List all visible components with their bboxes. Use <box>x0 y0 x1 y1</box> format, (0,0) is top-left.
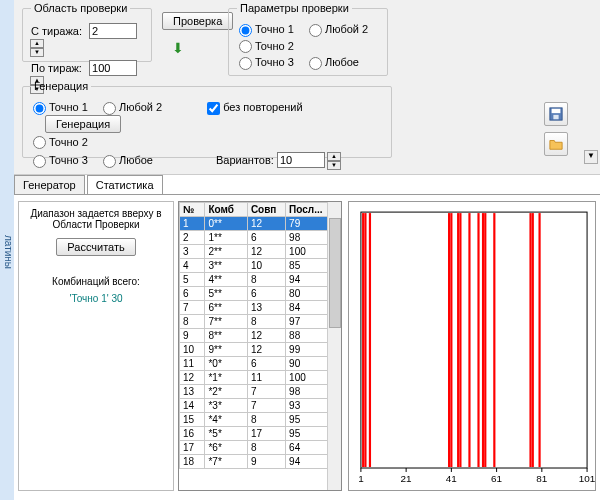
svg-text:21: 21 <box>401 473 413 484</box>
stats-left-panel: Диапазон задается вверху в Области Прове… <box>18 201 174 491</box>
region-check-legend: Область проверки <box>31 2 130 14</box>
tabs-bar: Генератор Статистика <box>14 175 162 194</box>
param-any[interactable]: Любое <box>307 56 359 68</box>
svg-rect-24 <box>477 213 479 467</box>
gen-any2[interactable]: Любой 2 <box>101 101 162 113</box>
tab-body-statistics: Диапазон задается вверху в Области Прове… <box>14 194 600 500</box>
generation-group: Генерация Точно 1 Любой 2 без повторений… <box>22 80 392 158</box>
gen-exact1[interactable]: Точно 1 <box>31 101 88 113</box>
svg-rect-19 <box>448 213 450 467</box>
svg-rect-23 <box>468 213 470 467</box>
no-repeat-checkbox[interactable]: без повторений <box>205 101 302 113</box>
param-exact2[interactable]: Точно 2 <box>237 40 294 52</box>
table-row[interactable]: 65**680 <box>180 287 329 301</box>
svg-rect-27 <box>493 213 495 467</box>
svg-text:61: 61 <box>491 473 503 484</box>
tab-generator[interactable]: Генератор <box>14 175 85 194</box>
combinations-value: 'Точно 1' 30 <box>25 293 167 304</box>
table-row[interactable]: 13*2*798 <box>180 385 329 399</box>
param-any2[interactable]: Любой 2 <box>307 23 368 35</box>
open-folder-icon[interactable] <box>544 132 568 156</box>
svg-text:1: 1 <box>358 473 364 484</box>
from-draw-input[interactable] <box>89 23 137 39</box>
table-row[interactable]: 32**12100 <box>180 245 329 259</box>
param-exact1[interactable]: Точно 1 <box>237 23 294 35</box>
check-params-legend: Параметры проверки <box>237 2 352 14</box>
param-exact3[interactable]: Точно 3 <box>237 56 294 68</box>
table-row[interactable]: 54**894 <box>180 273 329 287</box>
table-row[interactable]: 14*3*793 <box>180 399 329 413</box>
svg-rect-17 <box>364 213 366 467</box>
table-row[interactable]: 21**698 <box>180 231 329 245</box>
table-header[interactable]: Посл... <box>286 203 329 217</box>
gen-exact2[interactable]: Точно 2 <box>31 136 88 148</box>
generation-legend: Генерация <box>31 80 91 92</box>
svg-rect-21 <box>457 213 459 467</box>
panel-scroll-down-icon[interactable]: ▼ <box>584 150 598 164</box>
stats-table[interactable]: №КомбСовпПосл... 10**127921**69832**1210… <box>179 202 329 469</box>
gen-any[interactable]: Любое <box>101 154 153 166</box>
table-header[interactable]: Комб <box>205 203 247 217</box>
svg-rect-2 <box>553 115 558 119</box>
table-header[interactable]: Совп <box>247 203 285 217</box>
check-params-group: Параметры проверки Точно 1 Любой 2 Точно… <box>228 2 388 76</box>
table-row[interactable]: 87**897 <box>180 315 329 329</box>
calculate-button[interactable]: Рассчитать <box>56 238 135 256</box>
stats-chart: 121416181101 <box>348 201 596 491</box>
svg-rect-3 <box>361 212 587 468</box>
svg-rect-28 <box>529 213 531 467</box>
svg-rect-26 <box>484 213 486 467</box>
svg-rect-30 <box>538 213 540 467</box>
left-side-strip: латины <box>0 0 14 500</box>
table-row[interactable]: 98**1288 <box>180 329 329 343</box>
table-row[interactable]: 10**1279 <box>180 217 329 231</box>
from-draw-label: С тиража: <box>31 25 86 37</box>
svg-text:81: 81 <box>536 473 548 484</box>
svg-text:101: 101 <box>579 473 595 484</box>
table-row[interactable]: 16*5*1795 <box>180 427 329 441</box>
top-settings-area: Область проверки С тиража: ▲▼ По тираж: … <box>14 0 600 175</box>
svg-rect-25 <box>482 213 484 467</box>
save-icon[interactable] <box>544 102 568 126</box>
svg-rect-20 <box>450 213 452 467</box>
svg-text:41: 41 <box>446 473 458 484</box>
to-draw-label: По тираж: <box>31 62 86 74</box>
table-row[interactable]: 109**1299 <box>180 343 329 357</box>
table-row[interactable]: 17*6*864 <box>180 441 329 455</box>
region-check-group: Область проверки С тиража: ▲▼ По тираж: … <box>22 2 152 62</box>
variants-input[interactable] <box>277 152 325 168</box>
generate-button[interactable]: Генерация <box>45 115 121 133</box>
table-row[interactable]: 18*7*994 <box>180 455 329 469</box>
combinations-label: Комбинаций всего: <box>25 276 167 287</box>
table-row[interactable]: 15*4*895 <box>180 413 329 427</box>
download-arrow-icon[interactable]: ⬇ <box>172 40 184 56</box>
to-draw-input[interactable] <box>89 60 137 76</box>
variants-label: Вариантов: <box>216 154 274 166</box>
check-button[interactable]: Проверка <box>162 12 233 30</box>
svg-rect-18 <box>369 213 371 467</box>
variants-spinner[interactable]: ▲▼ <box>327 152 341 170</box>
stats-table-container: №КомбСовпПосл... 10**127921**69832**1210… <box>178 201 342 491</box>
from-draw-spinner[interactable]: ▲▼ <box>30 39 44 57</box>
range-note: Диапазон задается вверху в Области Прове… <box>25 208 167 230</box>
table-row[interactable]: 12*1*11100 <box>180 371 329 385</box>
gen-exact3[interactable]: Точно 3 <box>31 154 88 166</box>
table-row[interactable]: 43**1085 <box>180 259 329 273</box>
table-header[interactable]: № <box>180 203 205 217</box>
table-scrollbar[interactable] <box>327 202 341 490</box>
svg-rect-29 <box>532 213 534 467</box>
svg-rect-22 <box>459 213 461 467</box>
svg-rect-16 <box>362 213 364 467</box>
table-row[interactable]: 76**1384 <box>180 301 329 315</box>
svg-rect-1 <box>552 109 561 113</box>
tab-statistics[interactable]: Статистика <box>87 175 163 194</box>
table-row[interactable]: 11*0*690 <box>180 357 329 371</box>
